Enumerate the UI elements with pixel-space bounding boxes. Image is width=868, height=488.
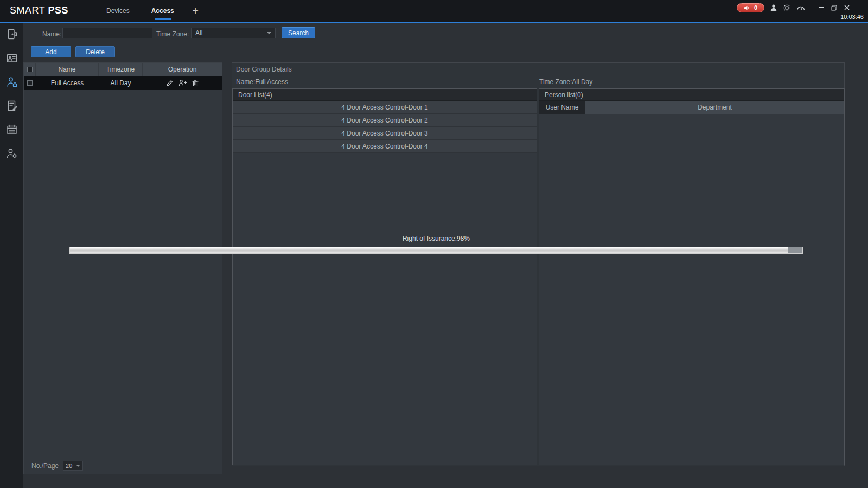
person-list-header: Person list(0) <box>539 89 844 101</box>
progress-fill <box>70 247 788 253</box>
minimize-button[interactable] <box>816 3 826 12</box>
search-button[interactable]: Search <box>282 27 315 38</box>
person-list-columns: User Name Department <box>539 101 844 114</box>
window-controls <box>816 3 852 12</box>
add-person-icon[interactable] <box>178 79 187 87</box>
details-timezone: Time Zone:All Day <box>539 78 592 86</box>
table-row[interactable]: Full Access All Day <box>24 76 222 90</box>
edit-icon[interactable] <box>166 79 174 87</box>
alarm-count: 0 <box>754 4 757 11</box>
column-header-name: Name <box>36 63 99 76</box>
page-size-select[interactable]: 20 <box>63 461 83 471</box>
details-group-name: Name:Full Access <box>236 78 288 86</box>
column-header-operation: Operation <box>143 63 222 76</box>
person-list: Person list(0) User Name Department <box>539 88 845 465</box>
column-header-timezone: Timezone <box>99 63 143 76</box>
door-list-body: 4 Door Access Control-Door 14 Door Acces… <box>233 101 537 153</box>
timezone-select[interactable]: All <box>191 28 276 38</box>
issuance-progress-label: Right of Issurance:98% <box>69 235 803 242</box>
pagination-bar: No./Page 20 <box>24 458 222 474</box>
chevron-down-icon <box>76 465 80 467</box>
module-tabs: Devices Access <box>95 0 185 22</box>
timezone-select-value: All <box>195 29 202 37</box>
department-column-header: Department <box>585 101 844 114</box>
minimize-icon <box>819 7 824 8</box>
door-list-item[interactable]: 4 Door Access Control-Door 1 <box>233 101 537 114</box>
dashboard-icon[interactable] <box>796 4 805 11</box>
door-group-details-panel: Door Group Details Name:Full Access Time… <box>232 62 845 466</box>
user-icon[interactable] <box>770 4 777 11</box>
name-filter-input[interactable] <box>62 28 152 38</box>
chevron-down-icon <box>267 32 271 34</box>
door-list-item[interactable]: 4 Door Access Control-Door 4 <box>233 140 537 153</box>
row-checkbox[interactable] <box>27 80 33 86</box>
user-name-column-header: User Name <box>539 101 585 114</box>
row-timezone-cell: All Day <box>99 76 143 90</box>
access-content: Name: Time Zone: All Search Add Delete N… <box>23 23 868 488</box>
name-filter-label: Name: <box>42 30 61 38</box>
sidebar-item-calendar[interactable] <box>5 123 18 136</box>
issuance-progress-bar <box>69 247 803 254</box>
tab-access[interactable]: Access <box>141 0 185 22</box>
sidebar-item-card[interactable] <box>5 52 18 65</box>
row-operation-cell <box>143 76 222 90</box>
delete-button[interactable]: Delete <box>75 46 115 57</box>
row-name-cell: Full Access <box>36 76 99 90</box>
row-checkbox-cell <box>24 76 36 90</box>
logo-smart: SMART <box>10 5 45 16</box>
sidebar-item-console[interactable] <box>5 28 18 41</box>
page-size-label: No./Page <box>31 462 59 470</box>
door-list: Door List(4) 4 Door Access Control-Door … <box>232 88 537 465</box>
sidebar-item-access-config[interactable] <box>5 75 18 88</box>
maximize-button[interactable] <box>829 3 839 12</box>
accent-line <box>0 22 868 23</box>
clock: 10:03:46 <box>840 14 864 20</box>
alarm-badge[interactable]: 0 <box>737 3 764 12</box>
new-tab-button[interactable]: + <box>189 4 202 17</box>
door-list-item[interactable]: 4 Door Access Control-Door 2 <box>233 114 537 127</box>
door-group-table: Name Timezone Operation Full Access All … <box>23 62 222 474</box>
tab-devices[interactable]: Devices <box>95 0 141 22</box>
logo-pss: PSS <box>48 5 68 16</box>
titlebar: SMART PSS Devices Access + 0 <box>0 0 868 22</box>
close-icon <box>844 5 850 10</box>
gear-icon[interactable] <box>783 4 791 12</box>
select-all-checkbox[interactable] <box>27 67 33 72</box>
select-all-cell <box>24 63 36 76</box>
restore-icon <box>831 5 837 11</box>
close-button[interactable] <box>842 3 852 12</box>
sidebar-item-user-config[interactable] <box>5 147 18 160</box>
details-title: Door Group Details <box>236 66 292 73</box>
speaker-icon <box>744 5 750 11</box>
page-size-value: 20 <box>66 463 72 469</box>
titlebar-icons: 0 <box>737 3 805 12</box>
smart-pss-window: SMART PSS Devices Access + 0 <box>0 0 868 488</box>
active-tab-underline <box>155 18 171 20</box>
app-logo: SMART PSS <box>10 5 68 16</box>
sidebar <box>0 23 23 488</box>
sidebar-item-log[interactable] <box>5 99 18 112</box>
door-list-header: Door List(4) <box>233 89 537 101</box>
timezone-filter-label: Time Zone: <box>156 30 189 38</box>
table-header-row: Name Timezone Operation <box>24 63 222 76</box>
add-button[interactable]: Add <box>31 46 71 57</box>
door-list-item[interactable]: 4 Door Access Control-Door 3 <box>233 127 537 140</box>
delete-row-icon[interactable] <box>192 79 199 87</box>
